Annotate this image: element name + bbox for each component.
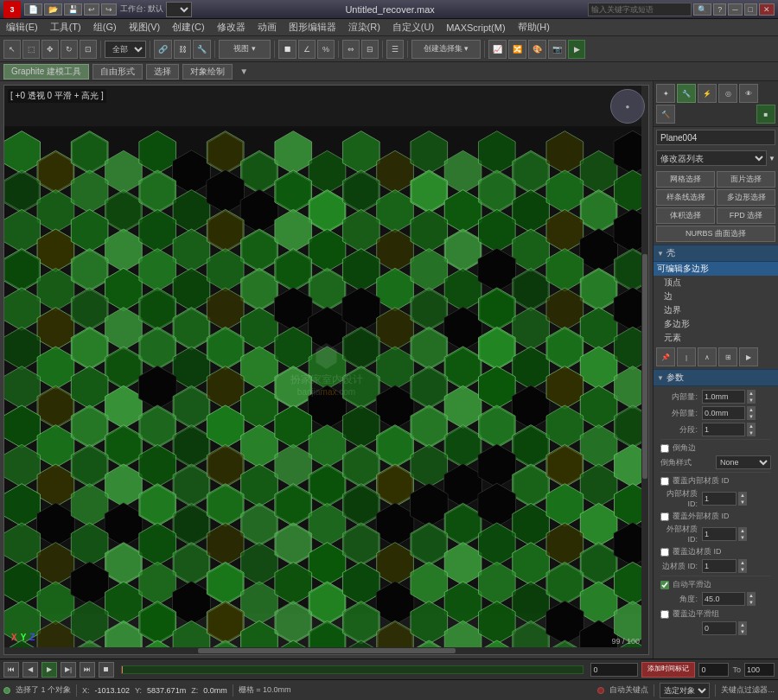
anim-next-key[interactable]: ⏭	[80, 662, 95, 678]
scale-btn[interactable]: ⊡	[80, 40, 97, 59]
tree-item-border[interactable]: 边界	[654, 303, 778, 317]
emat-up[interactable]: ▲	[738, 559, 747, 566]
bevel-profile-select[interactable]: None	[716, 455, 771, 469]
inner-spin-down[interactable]: ▼	[747, 397, 756, 404]
menu-view[interactable]: 视图(V)	[126, 20, 163, 35]
angle-snap[interactable]: ∠	[298, 40, 316, 59]
inner-amount-spin[interactable]: ▲ ▼	[747, 390, 756, 404]
select-btn[interactable]: ↖	[3, 40, 21, 59]
create-icon-btn[interactable]: ✦	[656, 84, 675, 103]
modifier-list-select[interactable]: 修改器列表	[656, 150, 767, 166]
menu-edit[interactable]: 编辑(E)	[3, 20, 41, 35]
menu-modifiers[interactable]: 修改器	[214, 20, 248, 35]
fpd-select-btn[interactable]: FPD 选择	[717, 207, 775, 224]
tree-item-element[interactable]: 元素	[654, 331, 778, 345]
tab-btn-4[interactable]: ⊞	[718, 347, 737, 366]
viewport-scrollbar-h[interactable]	[4, 647, 648, 654]
outer-mat-input[interactable]	[702, 527, 737, 541]
select-mode-dropdown[interactable]: 选定对象	[660, 683, 710, 698]
angle-up[interactable]: ▲	[747, 592, 756, 599]
outer-amount-input[interactable]	[702, 406, 745, 420]
bind-btn[interactable]: 🔧	[193, 40, 211, 59]
stack-toggle[interactable]: ▼	[657, 250, 664, 258]
freeform-tab[interactable]: 自由形式	[92, 64, 143, 80]
modifier-list-arrow[interactable]: ▼	[768, 155, 775, 162]
object-name-input[interactable]	[656, 130, 775, 145]
omat-down[interactable]: ▼	[738, 534, 747, 541]
inner-amount-input[interactable]	[702, 390, 745, 404]
percent-snap[interactable]: %	[317, 40, 335, 59]
spline-select-btn[interactable]: 样条线选择	[656, 189, 715, 206]
menu-animation[interactable]: 动画	[255, 20, 279, 35]
menu-tools[interactable]: 工具(T)	[48, 20, 84, 35]
add-time-marker-btn[interactable]: 添加时间标记	[641, 662, 695, 678]
inner-mat-spin[interactable]: ▲ ▼	[738, 492, 747, 506]
seg-spin-down[interactable]: ▼	[747, 430, 756, 436]
max-btn[interactable]: □	[744, 3, 757, 16]
expand-btn[interactable]: ▼	[239, 67, 248, 76]
bevel-edge-checkbox[interactable]	[660, 444, 669, 453]
cover-outer-checkbox[interactable]	[660, 512, 669, 521]
outer-mat-spin[interactable]: ▲ ▼	[738, 527, 747, 541]
inner-mat-input[interactable]	[702, 492, 737, 506]
save-btn[interactable]: 💾	[64, 3, 82, 16]
tab-btn-3[interactable]: ∧	[698, 347, 717, 366]
anim-prev-key[interactable]: ⏮	[3, 662, 19, 678]
move-btn[interactable]: ✥	[41, 40, 59, 59]
omat-up[interactable]: ▲	[738, 527, 747, 534]
angle-input[interactable]	[702, 592, 745, 606]
poly-select-btn[interactable]: 多边形选择	[717, 189, 775, 206]
edge-smooth-input[interactable]	[702, 621, 737, 635]
anim-next-frame[interactable]: ▶|	[61, 662, 76, 678]
utilities-icon-btn[interactable]: 🔨	[656, 105, 675, 124]
menu-group[interactable]: 组(G)	[91, 20, 119, 35]
workspace-select[interactable]	[166, 2, 192, 17]
snap-toggle[interactable]: 🔲	[278, 40, 297, 59]
search-input[interactable]	[588, 3, 692, 16]
tab-btn-2[interactable]: |	[677, 347, 696, 366]
angle-spin[interactable]: ▲ ▼	[747, 592, 756, 606]
tree-item-polygon[interactable]: 多边形	[654, 317, 778, 331]
view-dropdown-btn[interactable]: 视图 ▾	[219, 40, 271, 59]
esg-down[interactable]: ▼	[738, 628, 747, 635]
tree-item-vertex[interactable]: 顶点	[654, 276, 778, 290]
segments-input[interactable]	[702, 423, 745, 436]
layer-btn[interactable]: ☰	[386, 40, 404, 59]
render-setup[interactable]: 📷	[548, 40, 566, 59]
params-toggle[interactable]: ▼	[657, 374, 664, 382]
menu-create[interactable]: 创建(C)	[169, 20, 207, 35]
viewport-scrollbar-v[interactable]	[641, 86, 648, 647]
curve-editor[interactable]: 📈	[488, 40, 507, 59]
edge-mat-input[interactable]	[702, 559, 737, 573]
material-editor[interactable]: 🎨	[528, 40, 546, 59]
undo-btn[interactable]: ↩	[84, 3, 99, 16]
outer-spin-down[interactable]: ▼	[747, 413, 756, 420]
tree-item-edge[interactable]: 边	[654, 290, 778, 303]
esg-spin[interactable]: ▲ ▼	[738, 621, 747, 635]
object-paint-tab[interactable]: 对象绘制	[182, 64, 233, 80]
esg-up[interactable]: ▲	[738, 621, 747, 628]
mesh-select-btn[interactable]: 网格选择	[656, 171, 715, 188]
render-btn[interactable]: ▶	[568, 40, 585, 59]
emat-down[interactable]: ▼	[738, 566, 747, 573]
min-btn[interactable]: ─	[728, 3, 742, 16]
help-btn[interactable]: ?	[713, 3, 726, 16]
scrollbar-thumb-h[interactable]	[198, 648, 456, 653]
anim-stop[interactable]: ⏹	[99, 662, 114, 678]
angle-down[interactable]: ▼	[747, 599, 756, 606]
seg-spin-up[interactable]: ▲	[747, 423, 756, 430]
unlink-btn[interactable]: ⛓	[174, 40, 191, 59]
close-btn[interactable]: ✕	[759, 3, 775, 16]
edge-mat-spin[interactable]: ▲ ▼	[738, 559, 747, 573]
mirror-btn[interactable]: ⇔	[342, 40, 360, 59]
inner-spin-up[interactable]: ▲	[747, 390, 756, 397]
tab-btn-1[interactable]: 📌	[656, 347, 675, 366]
time-input[interactable]	[590, 663, 638, 677]
nurbs-select-btn[interactable]: NURBS 曲面选择	[656, 226, 775, 242]
selection-tab[interactable]: 选择	[146, 64, 179, 80]
display-icon-btn[interactable]: 👁	[739, 84, 758, 103]
menu-maxscript[interactable]: MAXScript(M)	[443, 22, 507, 34]
menu-customize[interactable]: 自定义(U)	[390, 20, 437, 35]
named-sel-btn[interactable]: 创建选择集 ▾	[411, 40, 481, 59]
patch-select-btn[interactable]: 面片选择	[717, 171, 775, 188]
